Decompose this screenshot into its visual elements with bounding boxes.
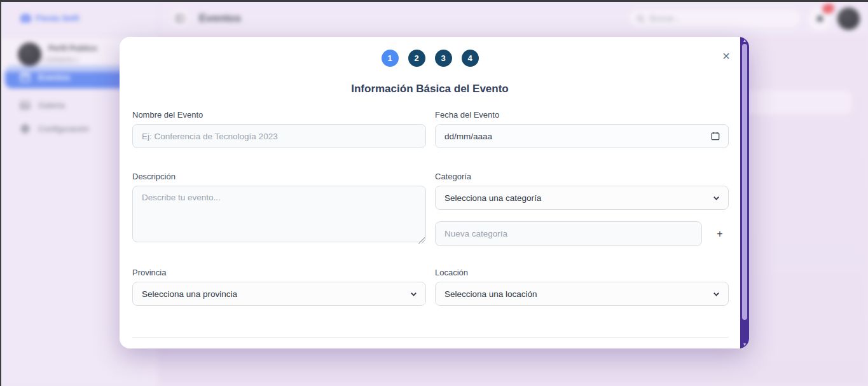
window-edge-top: [0, 0, 868, 2]
add-categoria-button[interactable]: +: [711, 225, 729, 243]
global-search[interactable]: [628, 9, 801, 28]
notifications-button[interactable]: [808, 7, 832, 31]
nueva-categoria-row: +: [435, 221, 729, 246]
chevron-down-icon: [713, 195, 720, 202]
categoria-label: Categoría: [435, 172, 729, 181]
provincia-label: Provincia: [132, 268, 426, 277]
create-event-modal: 1 2 3 4 ✕ Información Básica del Evento …: [120, 37, 749, 348]
locacion-label: Locación: [435, 268, 729, 277]
modal-scrollbar[interactable]: ▲ ▼: [740, 37, 749, 348]
categoria-select[interactable]: Selecciona una categoría: [435, 186, 729, 210]
event-form: Nombre del Evento Fecha del Evento dd/mm…: [132, 110, 729, 306]
camera-icon: [21, 14, 31, 22]
top-header: Fiesta Selfi Eventos: [0, 0, 868, 36]
textarea-resize-handle[interactable]: [418, 237, 425, 244]
gear-icon: [20, 124, 30, 134]
chevron-down-icon: [713, 291, 720, 298]
calendar-icon: [20, 72, 30, 82]
sidebar-toggle-button[interactable]: [170, 9, 189, 28]
bell-icon: [815, 15, 825, 24]
field-descripcion: Descripción: [132, 172, 426, 246]
fecha-date-input[interactable]: dd/mm/aaaa: [435, 124, 729, 148]
search-icon: [637, 15, 645, 23]
field-fecha: Fecha del Evento dd/mm/aaaa: [435, 110, 729, 148]
sidebar-item-label: Eventos: [38, 72, 71, 82]
provincia-selected-value: Selecciona una provincia: [142, 289, 237, 299]
field-provincia: Provincia Selecciona una provincia: [132, 268, 426, 306]
app-window: Fiesta Selfi Eventos: [0, 0, 868, 386]
step-1[interactable]: 1: [382, 50, 399, 67]
modal-title: Información Básica del Evento: [120, 83, 740, 95]
step-2[interactable]: 2: [408, 50, 425, 67]
close-icon[interactable]: ✕: [719, 50, 733, 64]
profile-name: Perfil Publico: [48, 44, 97, 53]
chevron-down-icon: [410, 291, 417, 298]
step-indicator: 1 2 3 4: [120, 50, 740, 67]
modal-footer-divider: [132, 337, 729, 338]
panel-toggle-icon: [176, 14, 184, 23]
brand-name: Fiesta Selfi: [36, 13, 79, 23]
scrollbar-thumb[interactable]: [742, 44, 747, 320]
provincia-select[interactable]: Selecciona una provincia: [132, 282, 426, 306]
locacion-selected-value: Selecciona una locación: [444, 289, 537, 299]
descripcion-label: Descripción: [132, 172, 426, 181]
sidebar-item-label: Configuración: [38, 124, 89, 134]
calendar-picker-icon[interactable]: [711, 132, 720, 141]
profile-avatar[interactable]: [18, 43, 41, 66]
field-categoria: Categoría Selecciona una categoría +: [435, 172, 729, 246]
image-icon: [20, 100, 30, 110]
categoria-selected-value: Selecciona una categoría: [444, 193, 541, 203]
user-avatar[interactable]: [837, 7, 860, 31]
nombre-label: Nombre del Evento: [132, 110, 426, 120]
locacion-select[interactable]: Selecciona una locación: [435, 282, 729, 306]
nombre-input[interactable]: [132, 124, 426, 148]
field-locacion: Locación Selecciona una locación: [435, 268, 729, 306]
brand-logo[interactable]: Fiesta Selfi: [0, 0, 159, 36]
nueva-categoria-input[interactable]: [435, 221, 702, 246]
search-input[interactable]: [650, 14, 777, 23]
page-title: Eventos: [199, 12, 241, 25]
fecha-label: Fecha del Evento: [435, 110, 729, 120]
window-edge-left: [0, 0, 1, 386]
field-nombre: Nombre del Evento: [132, 110, 426, 148]
profile-role: Usuario: [48, 55, 72, 63]
step-4[interactable]: 4: [462, 50, 479, 67]
fecha-value: dd/mm/aaaa: [444, 132, 492, 141]
sidebar-item-label: Galeria: [38, 100, 65, 110]
notification-badge: [821, 3, 835, 15]
step-3[interactable]: 3: [435, 50, 452, 67]
descripcion-textarea[interactable]: [132, 186, 426, 242]
